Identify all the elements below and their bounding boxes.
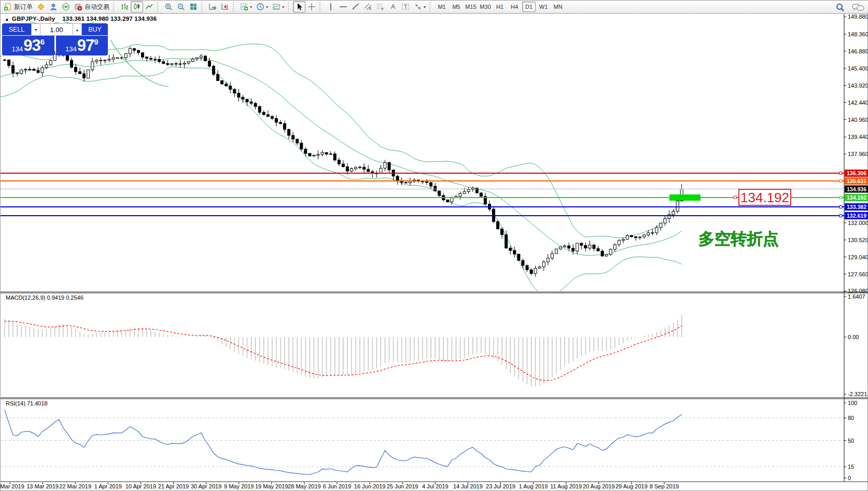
rsi-line xyxy=(5,410,682,474)
toolbar-separator xyxy=(113,2,117,11)
candle-bull xyxy=(613,245,616,249)
horizontal-line-button[interactable] xyxy=(337,1,349,12)
candle-bear xyxy=(146,57,148,59)
candle-bull xyxy=(195,58,198,59)
tile-windows-button[interactable] xyxy=(187,1,200,12)
toolbar: 新订单 xyxy=(1,1,868,13)
candle-bull xyxy=(4,60,6,60)
candle-bull xyxy=(655,228,658,233)
price-badge-label: 135.631 xyxy=(847,178,866,184)
volume-field[interactable]: 1.00 xyxy=(40,23,73,36)
candle-bear xyxy=(572,248,575,251)
chat-icon[interactable] xyxy=(852,3,864,12)
candle-bear xyxy=(83,74,86,78)
timeframe-h4-button[interactable]: H4 xyxy=(508,2,521,12)
timeframe-m1-button[interactable]: M1 xyxy=(435,2,449,12)
candle-bull xyxy=(200,56,202,58)
date-tick-label: 29 Aug 2019 xyxy=(615,483,648,489)
zoom-in-button[interactable] xyxy=(162,1,175,12)
toolbar-group-timeframes: M1M5M15M30H1H4D1W1MN xyxy=(435,1,565,13)
templates-button[interactable]: ▾ xyxy=(270,1,286,12)
volume-down-button[interactable]: ▼ xyxy=(31,23,40,36)
candle-bear xyxy=(213,66,215,75)
sell-button[interactable]: SELL xyxy=(2,23,31,36)
bar-chart-button[interactable] xyxy=(118,1,131,12)
candle-bear xyxy=(497,222,499,229)
candle-bear xyxy=(584,245,587,248)
broadcast-button[interactable] xyxy=(60,1,72,12)
candle-bear xyxy=(8,60,10,65)
buy-price-button[interactable]: 134 97 9 xyxy=(56,36,108,55)
vertical-line-icon xyxy=(327,3,335,11)
profile-icon xyxy=(49,3,58,11)
buy-price-base: 134 xyxy=(65,45,77,53)
timeframe-m30-button[interactable]: M30 xyxy=(479,2,492,12)
auto-trading-label: 自动交易 xyxy=(85,3,109,11)
candle-bear xyxy=(517,254,520,260)
cn-annotation-text[interactable]: 多空转折点 xyxy=(698,230,779,248)
indicators-icon xyxy=(240,3,248,11)
chart-canvas[interactable]: 134.192多空转折点149.880148.360146.880145.400… xyxy=(1,1,868,491)
auto-scroll-button[interactable] xyxy=(206,1,219,12)
text-label-button[interactable]: T xyxy=(399,1,412,12)
candlestick-chart-button[interactable] xyxy=(131,1,143,12)
candle-bull xyxy=(24,69,27,70)
timeframe-mn-button[interactable]: MN xyxy=(551,2,565,12)
profile-button[interactable] xyxy=(47,1,60,12)
volume-up-button[interactable]: ▲ xyxy=(73,23,82,36)
candle-bull xyxy=(129,49,131,54)
candle-bear xyxy=(242,97,244,100)
bollinger-band xyxy=(1,44,682,238)
rsi-tick-label: 0 xyxy=(848,475,851,481)
chart-shift-button[interactable] xyxy=(219,1,231,12)
periods-button[interactable]: ▾ xyxy=(254,1,270,12)
arrows-button[interactable]: ▾ xyxy=(412,1,428,12)
candle-bear xyxy=(593,245,595,249)
candle-bear xyxy=(204,56,206,61)
candle-bull xyxy=(589,245,591,248)
crosshair-button[interactable] xyxy=(305,1,318,12)
timeframe-m15-button[interactable]: M15 xyxy=(464,2,478,12)
timeframe-m5-button[interactable]: M5 xyxy=(450,2,463,12)
price-tick-label: 145.400 xyxy=(848,65,868,72)
crosshair-icon xyxy=(307,3,316,11)
search-icon[interactable] xyxy=(835,3,845,12)
timeframe-w1-button[interactable]: W1 xyxy=(537,2,550,12)
candle-bull xyxy=(639,237,641,238)
svg-text:E: E xyxy=(369,7,372,10)
indicators-button[interactable]: ▾ xyxy=(238,1,254,12)
candle-bull xyxy=(183,63,186,64)
candle-bull xyxy=(647,233,650,235)
candle-bull xyxy=(551,254,553,258)
text-button[interactable]: A xyxy=(387,1,399,12)
candle-bull xyxy=(564,246,566,247)
timeframe-d1-button[interactable]: D1 xyxy=(522,2,536,12)
candle-bear xyxy=(279,122,282,123)
date-tick-label: 14 Jul 2019 xyxy=(453,483,483,489)
fibonacci-button[interactable]: F xyxy=(374,1,387,12)
indicator-list-button[interactable] xyxy=(35,1,47,12)
trendline-button[interactable] xyxy=(349,1,362,12)
cursor-button[interactable] xyxy=(293,1,305,12)
candle-bear xyxy=(526,265,528,270)
candle-bear xyxy=(166,64,169,65)
price-tick-label: 142.440 xyxy=(848,100,868,106)
price-tick-label: 129.040 xyxy=(848,254,868,260)
buy-button[interactable]: BUY xyxy=(82,23,108,36)
auto-trading-button[interactable]: 自动交易 xyxy=(72,1,111,12)
horizontal-line-icon xyxy=(339,3,347,11)
timeframe-h1-button[interactable]: H1 xyxy=(493,2,507,12)
equidistant-channel-button[interactable]: E xyxy=(362,1,374,12)
collapse-arrow-icon[interactable]: ▲ xyxy=(5,17,9,22)
highlight-rect[interactable] xyxy=(669,194,701,201)
price-badge-label: 134.192 xyxy=(847,194,866,201)
macd-tick-label: 1.6407 xyxy=(848,293,865,300)
zoom-out-button[interactable] xyxy=(175,1,187,12)
candle-bear xyxy=(631,235,633,236)
rsi-label: RSI(14) 71.4018 xyxy=(6,400,48,406)
new-order-button[interactable]: 新订单 xyxy=(2,1,35,12)
vertical-line-button[interactable] xyxy=(325,1,337,12)
line-chart-button[interactable] xyxy=(143,1,156,12)
sell-price-button[interactable]: 134 93 6 xyxy=(2,36,54,55)
bar-chart-icon xyxy=(120,3,129,11)
